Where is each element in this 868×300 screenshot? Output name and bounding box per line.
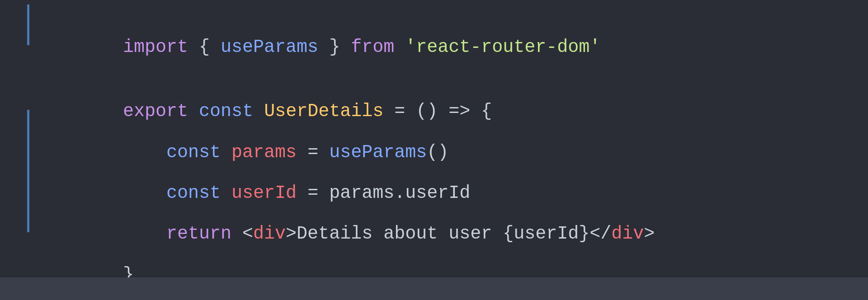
code-line-4: const params = useParams() [0, 110, 868, 150]
code-line-1: import { useParams } from 'react-router-… [0, 5, 868, 45]
code-line-7: } [0, 232, 868, 273]
code-area: import { useParams } from 'react-router-… [0, 0, 868, 277]
editor-container: import { useParams } from 'react-router-… [0, 0, 868, 300]
code-line-6: return <div>Details about user {userId}<… [0, 191, 868, 232]
code-line-2 [0, 45, 868, 69]
token-closing-brace: } [123, 265, 134, 277]
bottom-status-bar [0, 277, 868, 300]
code-line-3: export const UserDetails = () => { [0, 69, 868, 109]
line-content-7: } [27, 233, 868, 277]
code-line-5: const userId = params.userId [0, 150, 868, 191]
